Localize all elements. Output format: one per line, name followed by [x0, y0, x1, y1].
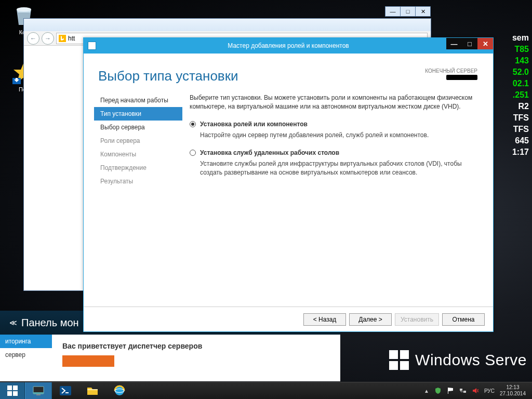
tray-language[interactable]: РУС	[484, 388, 495, 394]
svg-rect-5	[33, 392, 44, 394]
start-button[interactable]	[0, 382, 25, 399]
sm-nav-dashboard[interactable]: иторинга	[0, 335, 52, 348]
taskbar: ▲ РУС 12:13 27.10.2014	[0, 382, 532, 399]
svg-rect-12	[460, 389, 462, 391]
step-install-type[interactable]: Тип установки	[94, 107, 182, 121]
step-before-begin[interactable]: Перед началом работы	[94, 94, 182, 107]
svg-rect-9	[87, 389, 98, 390]
taskbar-powershell[interactable]	[52, 382, 79, 399]
server-manager-panel: иторинга сервер Вас приветствует диспетч…	[0, 335, 340, 381]
svg-point-0	[17, 7, 31, 11]
ie-minimize-button[interactable]: —	[385, 6, 401, 17]
install-button: Установить	[395, 313, 439, 326]
ie-address-text: htt	[68, 35, 75, 42]
taskbar-explorer[interactable]	[79, 382, 106, 399]
ie-forward-button[interactable]: →	[42, 32, 54, 45]
sm-nav-server[interactable]: сервер	[0, 348, 52, 362]
svg-rect-3	[59, 35, 66, 42]
wizard-app-icon	[88, 42, 96, 50]
desktop: Кор Пол sem T85 143 52.0 02.1 .251 R2 TF…	[0, 0, 532, 399]
network-icon[interactable]	[459, 387, 467, 394]
step-server-select[interactable]: Выбор сервера	[94, 121, 182, 134]
svg-rect-6	[36, 394, 41, 395]
next-button[interactable]: Далее >	[349, 313, 392, 326]
taskbar-ie[interactable]	[106, 382, 133, 399]
option-role-feature-install[interactable]: Установка ролей или компонентов	[190, 120, 475, 129]
step-confirmation: Подтверждение	[94, 161, 182, 175]
ie-back-button[interactable]: ←	[27, 32, 39, 45]
windows-server-logo: Windows Serve	[389, 350, 527, 370]
system-tray: ▲ РУС 12:13 27.10.2014	[424, 382, 532, 399]
security-icon[interactable]	[434, 387, 442, 394]
tray-clock[interactable]: 12:13 27.10.2014	[500, 384, 526, 397]
radio-icon[interactable]	[190, 121, 196, 127]
taskbar-server-manager[interactable]	[25, 382, 52, 399]
sm-welcome-heading: Вас приветствует диспетчер серверов	[62, 342, 330, 350]
bginfo-overlay: sem T85 143 52.0 02.1 .251 R2 TFS TFS 64…	[512, 32, 529, 158]
cancel-button[interactable]: Отмена	[442, 313, 485, 326]
option1-description: Настройте один сервер путем добавления р…	[200, 131, 475, 140]
option2-description: Установите службы ролей для инфраструкту…	[200, 159, 475, 178]
step-results: Результаты	[94, 175, 182, 188]
ie-maximize-button[interactable]: □	[400, 6, 416, 17]
wizard-steps-list: Перед началом работы Тип установки Выбор…	[94, 94, 182, 301]
wizard-titlebar[interactable]: Мастер добавления ролей и компонентов — …	[84, 38, 493, 54]
ie-close-button[interactable]: ✕	[415, 6, 431, 17]
tray-up-icon[interactable]: ▲	[424, 388, 429, 394]
wizard-maximize-button[interactable]: □	[462, 38, 477, 49]
flag-icon[interactable]	[447, 387, 454, 394]
volume-icon[interactable]	[472, 387, 479, 394]
add-roles-wizard: Мастер добавления ролей и компонентов — …	[83, 37, 494, 332]
sm-quickstart-tile[interactable]	[62, 355, 114, 367]
option-rds-install[interactable]: Установка служб удаленных рабочих столов	[190, 149, 475, 157]
step-server-roles: Роли сервера	[94, 134, 182, 148]
back-button[interactable]: < Назад	[303, 313, 346, 326]
wizard-heading: Выбор типа установки	[98, 68, 238, 84]
bing-icon	[59, 35, 66, 42]
wizard-title-text: Мастер добавления ролей и компонентов	[228, 42, 349, 49]
wizard-close-button[interactable]: ✕	[477, 38, 493, 49]
destination-server-label: КОНЕЧНЫЙ СЕРВЕР	[425, 68, 477, 81]
radio-icon[interactable]	[190, 150, 196, 156]
step-features: Компоненты	[94, 148, 182, 161]
wizard-minimize-button[interactable]: —	[446, 38, 462, 49]
wizard-intro-text: Выберите тип установки. Вы можете устано…	[190, 94, 475, 112]
